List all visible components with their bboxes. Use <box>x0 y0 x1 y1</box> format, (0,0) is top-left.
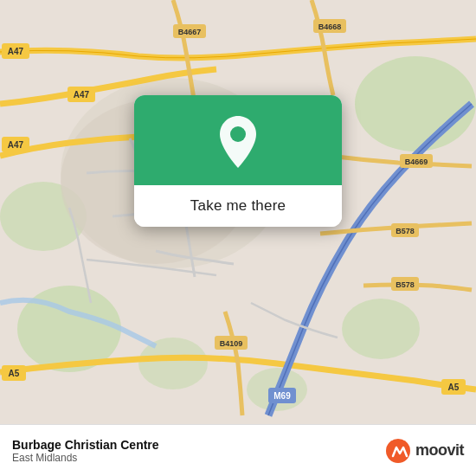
svg-text:B4667: B4667 <box>178 28 202 36</box>
svg-text:B578: B578 <box>396 227 415 235</box>
svg-point-4 <box>342 299 420 359</box>
svg-text:B4669: B4669 <box>405 158 428 166</box>
svg-text:B4668: B4668 <box>318 23 342 31</box>
map-area[interactable]: A47 A47 A47 A5 A5 B4667 B4668 B4669 B578… <box>0 0 476 424</box>
button-label: Take me there <box>190 197 286 215</box>
location-name: Burbage Christian Centre <box>12 438 159 452</box>
location-region: East Midlands <box>12 452 159 464</box>
popup-header <box>134 95 342 185</box>
bottom-info-bar: Burbage Christian Centre East Midlands m… <box>0 424 476 476</box>
location-info: Burbage Christian Centre East Midlands <box>12 438 159 464</box>
svg-point-1 <box>355 56 476 151</box>
svg-text:B4109: B4109 <box>220 339 243 348</box>
moovit-logo-icon <box>384 437 412 465</box>
location-pin-icon <box>215 114 261 170</box>
take-me-there-button[interactable]: Take me there <box>134 185 342 227</box>
svg-text:B578: B578 <box>396 280 415 289</box>
moovit-logo: moovit <box>384 437 464 465</box>
svg-text:M69: M69 <box>273 391 291 401</box>
svg-text:A5: A5 <box>9 369 20 378</box>
location-popup[interactable]: Take me there <box>134 95 342 227</box>
svg-text:A47: A47 <box>8 140 24 150</box>
svg-text:A47: A47 <box>74 90 90 100</box>
svg-text:A5: A5 <box>448 383 460 392</box>
svg-text:A47: A47 <box>8 47 24 56</box>
svg-point-35 <box>230 126 246 142</box>
moovit-label: moovit <box>415 441 464 460</box>
